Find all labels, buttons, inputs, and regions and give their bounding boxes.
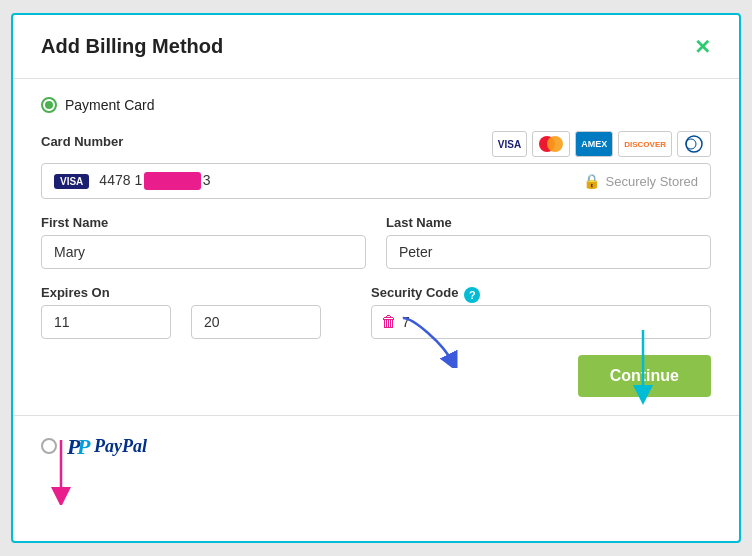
card-prefix: 4478 1	[99, 172, 142, 188]
secure-text: Securely Stored	[606, 174, 699, 189]
card-number-input-wrapper: VISA 4478 1 3 🔒 Securely Stored	[41, 163, 711, 199]
blue-arrow	[393, 313, 463, 368]
card-number-masked	[144, 172, 201, 190]
visa-logo-icon: VISA	[492, 131, 527, 157]
expires-year-input[interactable]	[191, 305, 321, 339]
card-number-label: Card Number	[41, 134, 123, 149]
bottom-divider	[13, 415, 739, 416]
payment-card-label: Payment Card	[65, 97, 154, 113]
first-name-group: First Name	[41, 215, 366, 269]
security-label-row: Security Code ?	[371, 285, 711, 305]
expires-group: Expires On	[41, 285, 351, 339]
paypal-row[interactable]: P P PayPal	[41, 432, 711, 460]
amex-logo-icon: AMEX	[575, 131, 613, 157]
card-number-display: 4478 1 3	[99, 172, 572, 190]
expires-month-input[interactable]	[41, 305, 171, 339]
mastercard-logo-icon	[532, 131, 570, 157]
discover-logo-icon: DISCOVER	[618, 131, 672, 157]
dialog-header: Add Billing Method ✕	[41, 35, 711, 58]
payment-card-option[interactable]: Payment Card	[41, 97, 711, 113]
continue-row: Continue	[41, 355, 711, 397]
expires-label: Expires On	[41, 285, 351, 300]
billing-dialog: Add Billing Method ✕ Payment Card Card N…	[11, 13, 741, 543]
card-number-section: Card Number VISA AMEX DISCOVER	[41, 131, 711, 157]
card-suffix: 3	[203, 172, 211, 188]
last-name-group: Last Name	[386, 215, 711, 269]
payment-card-radio[interactable]	[41, 97, 57, 113]
card-logos: VISA AMEX DISCOVER	[492, 131, 711, 157]
security-help-icon[interactable]: ?	[464, 287, 480, 303]
expires-security-row: Expires On Security Code ? 🗑	[41, 285, 711, 339]
header-divider	[13, 78, 739, 79]
paypal-text: PayPal	[94, 436, 147, 457]
name-row: First Name Last Name	[41, 215, 711, 269]
svg-point-3	[686, 139, 696, 149]
last-name-label: Last Name	[386, 215, 711, 230]
visa-badge: VISA	[54, 174, 89, 189]
svg-point-1	[547, 136, 563, 152]
first-name-label: First Name	[41, 215, 366, 230]
last-name-input[interactable]	[386, 235, 711, 269]
diners-logo-icon	[677, 131, 711, 157]
expires-inputs	[41, 305, 351, 339]
dialog-title: Add Billing Method	[41, 35, 223, 58]
security-code-label: Security Code	[371, 285, 458, 300]
teal-arrow	[623, 325, 663, 405]
lock-icon: 🔒	[583, 173, 600, 189]
svg-point-2	[686, 136, 702, 152]
close-button[interactable]: ✕	[694, 37, 711, 57]
pink-arrow	[41, 435, 81, 505]
secure-badge: 🔒 Securely Stored	[583, 173, 699, 189]
first-name-input[interactable]	[41, 235, 366, 269]
